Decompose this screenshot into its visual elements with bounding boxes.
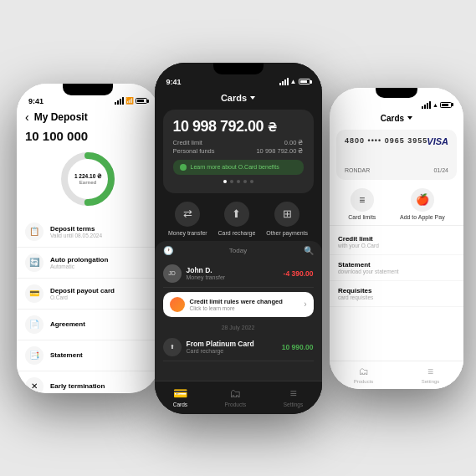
center-header[interactable]: Cards — [155, 88, 322, 106]
transaction-name: John D. — [187, 266, 279, 274]
menu-auto-prolongation-text: Auto prolongation Automatic — [50, 256, 108, 269]
left-header: ‹ My Deposit — [17, 107, 159, 127]
right-menu-title: Requisites — [338, 287, 455, 294]
right-cards-title: Cards — [381, 114, 404, 123]
transaction-item[interactable]: JD John D. Money transfer -4 390.00 — [163, 260, 314, 288]
menu-item-sub: Automatic — [50, 264, 108, 269]
menu-payout-card-text: Deposit payout card O.Card — [50, 287, 115, 300]
center-phone: 9:41 ▲ Cards 10 998 792.00 ₴ — [155, 63, 322, 414]
money-transfer-icon: ⇄ — [175, 202, 200, 227]
chevron-down-icon — [407, 116, 412, 120]
menu-auto-prolongation-icon: 🔄 — [25, 253, 44, 272]
transactions-header: 🕐 Today 🔍 — [163, 246, 314, 255]
right-menu: Credit limit with your O.Card Statement … — [330, 225, 463, 361]
list-item[interactable]: 🔄 Auto prolongation Automatic — [17, 248, 159, 279]
signal-bar-icon — [115, 97, 124, 105]
card-holder: RONDAR — [345, 167, 370, 173]
card-recharge-button[interactable]: ⬆ Card recharge — [218, 202, 256, 236]
menu-item-title: Auto prolongation — [50, 256, 108, 264]
list-item[interactable]: 📑 Statement — [17, 340, 159, 371]
notification-item[interactable]: Credit limit rules were changed Click to… — [163, 292, 314, 317]
nav-cards[interactable]: 💳 Cards — [173, 386, 187, 407]
card-expiry: 01/24 — [433, 167, 448, 173]
right-signal: ▲ — [422, 101, 452, 109]
battery-icon — [136, 98, 147, 104]
transaction-type: Money transfer — [187, 274, 279, 280]
dot-2[interactable] — [230, 180, 233, 183]
menu-item-sub: Valid until 08.05.2024 — [50, 233, 102, 238]
list-item[interactable]: Statement download your statement — [330, 255, 463, 281]
notification-sub: Click to learn more — [190, 305, 299, 311]
products-nav-icon: 🗂 — [229, 386, 241, 400]
right-phone-notch — [376, 88, 417, 98]
nav-products[interactable]: 🗂 Products — [225, 386, 247, 407]
battery-icon — [440, 102, 452, 108]
other-payments-button[interactable]: ⊞ Other payments — [266, 202, 308, 236]
dot-4[interactable] — [243, 180, 247, 183]
menu-statement-text: Statement — [50, 351, 83, 359]
center-phone-content: 9:41 ▲ Cards 10 998 792.00 ₴ — [155, 63, 322, 414]
transactions-area: 🕐 Today 🔍 JD John D. Money transfer -4 3… — [155, 241, 322, 381]
settings-nav-icon: ≡ — [289, 386, 296, 400]
left-balance-area: 10 100 000 — [17, 127, 159, 145]
left-phone-notch — [63, 84, 113, 95]
right-menu-title: Credit limit — [338, 235, 455, 243]
search-icon[interactable]: 🔍 — [304, 246, 314, 255]
card-dots — [173, 180, 304, 183]
back-arrow-icon[interactable]: ‹ — [25, 110, 29, 124]
transaction-info: John D. Money transfer — [187, 266, 279, 280]
history-icon: 🕐 — [163, 246, 173, 255]
list-item[interactable]: Credit limit with your O.Card — [330, 229, 463, 255]
center-signal: ▲ — [279, 78, 310, 85]
card-balance: 10 998 792.00 ₴ — [173, 118, 304, 136]
other-payments-icon: ⊞ — [274, 202, 299, 227]
list-item[interactable]: 💳 Deposit payout card O.Card — [17, 279, 159, 310]
dot-5[interactable] — [250, 180, 253, 183]
menu-item-title: Agreement — [50, 320, 85, 328]
list-item[interactable]: ✕ Early termination — [17, 371, 159, 393]
notification-icon — [170, 297, 185, 312]
transaction-amount: 10 990.00 — [282, 343, 314, 351]
right-action-buttons: ≡ Card limits 🍎 Add to Apple Pay — [330, 183, 463, 225]
transactions-date: Today — [173, 247, 304, 254]
cards-nav-icon: 💳 — [173, 386, 187, 400]
right-card-visual: VISA 4800 •••• 0965 3955 RONDAR 01/24 — [336, 130, 457, 180]
card-meta: Credit limit 0.00 ₴ Personal funds 10 99… — [173, 139, 304, 155]
products-nav-icon: 🗂 — [359, 366, 369, 377]
right-nav-products[interactable]: 🗂 Products — [354, 366, 374, 384]
transaction-item[interactable]: ⬆ From Platinum Card Card recharge 10 99… — [163, 334, 314, 361]
right-header[interactable]: Cards — [330, 110, 463, 126]
card-recharge-icon: ⬆ — [224, 202, 249, 227]
list-item[interactable]: 📄 Agreement — [17, 310, 159, 340]
chevron-right-icon: › — [304, 299, 306, 309]
right-nav-settings[interactable]: ≡ Settings — [422, 366, 440, 384]
battery-icon — [299, 79, 310, 84]
list-item[interactable]: 📋 Deposit terms Valid until 08.05.2024 — [17, 217, 159, 248]
personal-funds-row: Personal funds 10 998 792.00 ₴ — [173, 147, 304, 155]
card-limits-button[interactable]: ≡ Card limits — [348, 188, 376, 220]
notification-text: Credit limit rules were changed Click to… — [190, 298, 299, 311]
dot-3[interactable] — [237, 180, 240, 183]
menu-deposit-terms-text: Deposit terms Valid until 08.05.2024 — [50, 225, 102, 238]
donut-chart: 1 224.10 ₴ Earned — [59, 150, 117, 208]
menu-item-title: Early termination — [50, 382, 105, 390]
center-time: 9:41 — [166, 78, 182, 86]
right-menu-sub: with your O.Card — [338, 243, 455, 248]
learn-more-button[interactable]: Learn more about O.Card benefits — [173, 160, 304, 175]
donut-earned-amount: 1 224.10 ₴ — [74, 173, 101, 180]
menu-item-title: Deposit terms — [50, 225, 102, 233]
transaction-name: From Platinum Card — [187, 340, 277, 348]
card-limits-icon: ≡ — [351, 188, 374, 212]
menu-agreement-text: Agreement — [50, 320, 85, 328]
notification-title: Credit limit rules were changed — [190, 298, 299, 305]
center-phone-notch — [213, 63, 264, 74]
money-transfer-button[interactable]: ⇄ Money transfer — [168, 202, 207, 236]
left-balance: 10 100 000 — [25, 129, 151, 143]
date-divider: 28 July 2022 — [163, 321, 314, 334]
nav-settings[interactable]: ≡ Settings — [284, 386, 304, 407]
dot-1[interactable] — [223, 180, 227, 183]
menu-item-sub: O.Card — [50, 294, 115, 300]
list-item[interactable]: Requisites card requisites — [330, 281, 463, 307]
cards-title: Cards — [221, 93, 247, 103]
add-to-apple-pay-button[interactable]: 🍎 Add to Apple Pay — [400, 188, 445, 220]
